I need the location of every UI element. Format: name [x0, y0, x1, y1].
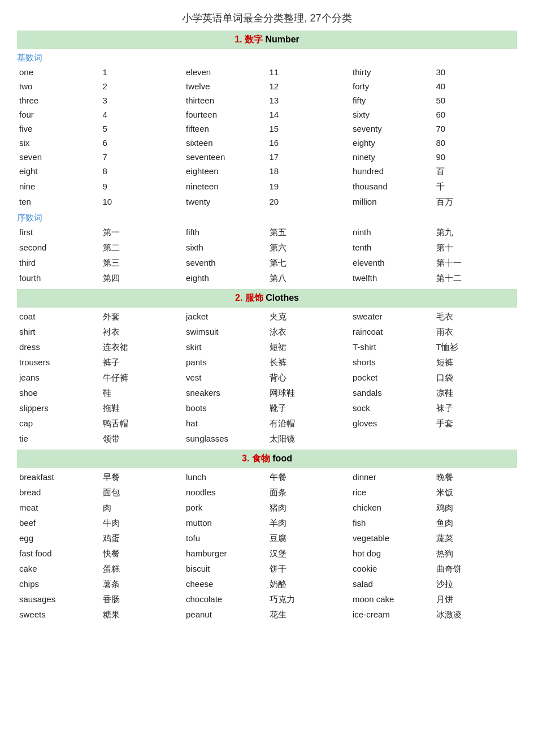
table-cell: 4: [101, 108, 184, 121]
table-cell: gloves: [350, 417, 434, 431]
table-cell: 40: [434, 80, 518, 93]
table-cell: forty: [350, 80, 434, 93]
section-header-food: 3. 食物 food: [17, 450, 517, 468]
table-cell: 6: [101, 136, 184, 149]
table-cell: 雨衣: [434, 325, 518, 339]
table-cell: 凉鞋: [434, 386, 518, 400]
sub-header-序数词: 序数词: [17, 210, 517, 224]
table-cell: 15: [267, 122, 351, 135]
table-cell: sixth: [184, 241, 267, 255]
table-cell: 第一: [101, 226, 184, 240]
table-cell: 饼干: [267, 562, 351, 576]
table-cell: three: [17, 94, 101, 107]
table-cell: 肉: [101, 501, 184, 515]
table-cell: breakfast: [17, 470, 101, 485]
table-cell: 米饭: [434, 486, 518, 500]
table-cell: fourth: [17, 271, 101, 286]
table-cell: 曲奇饼: [434, 562, 518, 576]
table-cell: 鸡蛋: [101, 532, 184, 546]
table-cell: jeans: [17, 371, 101, 385]
table-cell: cookie: [350, 562, 434, 576]
table-cell: chips: [17, 577, 101, 591]
page-title: 小学英语单词最全分类整理, 27个分类: [17, 11, 517, 25]
table-cell: eleven: [184, 66, 267, 79]
table-cell: [350, 432, 434, 446]
table-cell: shoe: [17, 386, 101, 400]
table-cell: 衬衣: [101, 325, 184, 339]
table-cell: 汉堡: [267, 547, 351, 561]
table-cell: 太阳镜: [267, 432, 351, 446]
table-cell: fifty: [350, 94, 434, 107]
table-cell: 靴子: [267, 401, 351, 416]
table-cell: eighth: [184, 271, 267, 286]
table-cell: 50: [434, 94, 518, 107]
table-cell: nine: [17, 180, 101, 194]
table-cell: shirt: [17, 325, 101, 339]
table-cell: twelfth: [350, 271, 434, 286]
table-cell: four: [17, 108, 101, 121]
table-cell: salad: [350, 577, 434, 591]
table-cell: dinner: [350, 470, 434, 485]
table-cell: chocolate: [184, 593, 267, 607]
table-cell: 网球鞋: [267, 386, 351, 400]
table-cell: cake: [17, 562, 101, 576]
table-cell: 18: [267, 165, 351, 179]
table-cell: 2: [101, 80, 184, 93]
grid-food: breakfast早餐lunch午餐dinner晚餐bread面包noodles…: [17, 469, 517, 623]
table-cell: sock: [350, 401, 434, 416]
table-cell: tofu: [184, 532, 267, 546]
table-cell: 3: [101, 94, 184, 107]
table-cell: 热狗: [434, 547, 518, 561]
table-cell: vest: [184, 371, 267, 385]
table-cell: 沙拉: [434, 577, 518, 591]
table-cell: 外套: [101, 310, 184, 324]
table-cell: hot dog: [350, 547, 434, 561]
table-cell: 花生: [267, 608, 351, 622]
table-cell: rice: [350, 486, 434, 500]
table-cell: ninety: [350, 150, 434, 163]
table-cell: 连衣裙: [101, 340, 184, 355]
table-cell: hat: [184, 417, 267, 431]
table-cell: 巧克力: [267, 593, 351, 607]
table-cell: 蛋糕: [101, 562, 184, 576]
sub-header-基数词: 基数词: [17, 50, 517, 64]
table-cell: fish: [350, 516, 434, 530]
table-cell: third: [17, 256, 101, 270]
table-cell: 9: [101, 180, 184, 194]
table-cell: egg: [17, 532, 101, 546]
table-cell: tenth: [350, 241, 434, 255]
table-cell: 第七: [267, 256, 351, 270]
table-cell: sixty: [350, 108, 434, 121]
table-cell: 早餐: [101, 470, 184, 485]
table-cell: 第十一: [434, 256, 518, 270]
table-cell: seventh: [184, 256, 267, 270]
table-cell: nineteen: [184, 180, 267, 194]
table-cell: peanut: [184, 608, 267, 622]
table-cell: 80: [434, 136, 518, 149]
table-cell: 裤子: [101, 356, 184, 370]
table-cell: eight: [17, 165, 101, 179]
table-cell: 拖鞋: [101, 401, 184, 416]
table-cell: 糖果: [101, 608, 184, 622]
table-cell: 鸡肉: [434, 501, 518, 515]
table-cell: biscuit: [184, 562, 267, 576]
table-cell: hamburger: [184, 547, 267, 561]
table-cell: shorts: [350, 356, 434, 370]
table-cell: 20: [267, 195, 351, 209]
table-cell: twelve: [184, 80, 267, 93]
table-cell: 快餐: [101, 547, 184, 561]
table-cell: 第六: [267, 241, 351, 255]
table-cell: mutton: [184, 516, 267, 530]
table-cell: 16: [267, 136, 351, 149]
table-cell: 蔬菜: [434, 532, 518, 546]
table-cell: 鱼肉: [434, 516, 518, 530]
table-cell: sweater: [350, 310, 434, 324]
table-cell: 猪肉: [267, 501, 351, 515]
table-cell: lunch: [184, 470, 267, 485]
table-cell: 口袋: [434, 371, 518, 385]
table-cell: sunglasses: [184, 432, 267, 446]
table-cell: 30: [434, 66, 518, 79]
table-cell: 短裙: [267, 340, 351, 355]
table-cell: 手套: [434, 417, 518, 431]
table-cell: 午餐: [267, 470, 351, 485]
